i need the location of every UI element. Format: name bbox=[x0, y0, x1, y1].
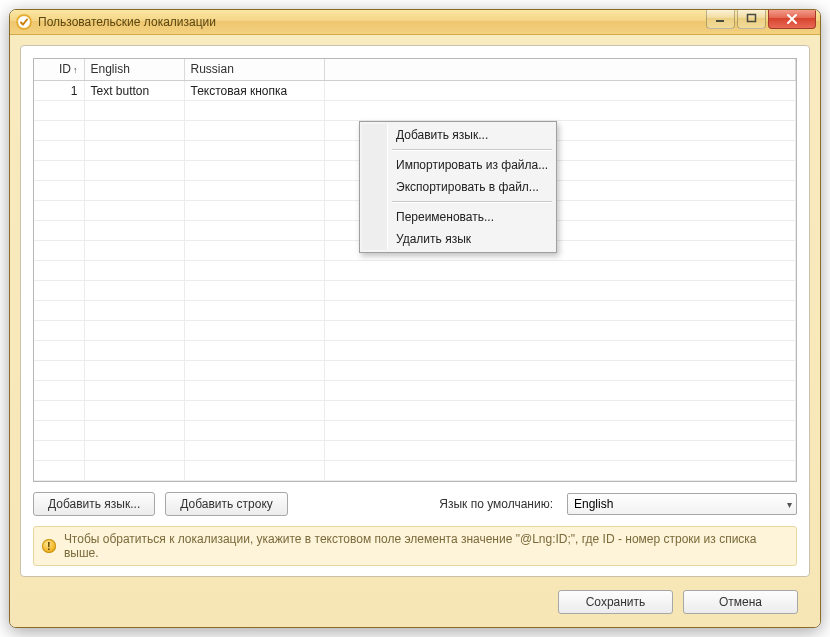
cell-english: Text button bbox=[84, 81, 184, 101]
cell-english bbox=[84, 261, 184, 281]
grid-header-row: ID↑ English Russian bbox=[34, 59, 796, 81]
maximize-button[interactable] bbox=[737, 9, 766, 29]
table-row bbox=[34, 361, 796, 381]
cell-russian bbox=[184, 221, 324, 241]
client-area: ID↑ English Russian 1Text buttonТекстова… bbox=[10, 35, 820, 628]
cell-id bbox=[34, 441, 84, 461]
add-row-button[interactable]: Добавить строку bbox=[165, 492, 288, 516]
cell-russian bbox=[184, 201, 324, 221]
cell-id bbox=[34, 281, 84, 301]
cancel-button[interactable]: Отмена bbox=[683, 590, 798, 614]
menu-item-delete-language[interactable]: Удалить язык bbox=[362, 228, 554, 250]
cell-russian bbox=[184, 301, 324, 321]
cell-id bbox=[34, 321, 84, 341]
hint-text: Чтобы обратиться к локализации, укажите … bbox=[64, 532, 788, 560]
cell-russian bbox=[184, 361, 324, 381]
minimize-button[interactable] bbox=[706, 9, 735, 29]
svg-rect-3 bbox=[748, 15, 756, 22]
cell-russian bbox=[184, 341, 324, 361]
titlebar: Пользовательские локализации bbox=[10, 10, 820, 35]
cell-spare bbox=[324, 341, 796, 361]
column-header-spare[interactable] bbox=[324, 59, 796, 81]
column-context-menu: Добавить язык... Импортировать из файла.… bbox=[359, 121, 557, 253]
cell-english bbox=[84, 281, 184, 301]
cell-russian bbox=[184, 461, 324, 481]
cell-id bbox=[34, 141, 84, 161]
cell-english bbox=[84, 141, 184, 161]
cell-english bbox=[84, 241, 184, 261]
cell-id: 1 bbox=[34, 81, 84, 101]
cell-id bbox=[34, 221, 84, 241]
cell-russian bbox=[184, 161, 324, 181]
cell-english bbox=[84, 101, 184, 121]
table-row bbox=[34, 461, 796, 481]
table-row bbox=[34, 101, 796, 121]
table-row bbox=[34, 421, 796, 441]
cell-english bbox=[84, 301, 184, 321]
cell-russian bbox=[184, 381, 324, 401]
cell-spare bbox=[324, 381, 796, 401]
cell-id bbox=[34, 401, 84, 421]
menu-separator bbox=[392, 149, 552, 151]
cell-id bbox=[34, 301, 84, 321]
cell-russian bbox=[184, 101, 324, 121]
cell-spare bbox=[324, 261, 796, 281]
menu-item-rename[interactable]: Переименовать... bbox=[362, 206, 554, 228]
cell-id bbox=[34, 381, 84, 401]
default-language-value: English bbox=[574, 497, 613, 511]
cell-spare bbox=[324, 281, 796, 301]
add-language-button[interactable]: Добавить язык... bbox=[33, 492, 155, 516]
cell-spare bbox=[324, 101, 796, 121]
cell-english bbox=[84, 441, 184, 461]
column-header-id[interactable]: ID↑ bbox=[34, 59, 84, 81]
default-language-combo[interactable]: English ▾ bbox=[567, 493, 797, 515]
cell-spare bbox=[324, 81, 796, 101]
cell-id bbox=[34, 181, 84, 201]
cell-english bbox=[84, 221, 184, 241]
cell-spare bbox=[324, 461, 796, 481]
grid-toolbar: Добавить язык... Добавить строку Язык по… bbox=[33, 482, 797, 516]
default-language-label: Язык по умолчанию: bbox=[439, 497, 553, 511]
menu-item-add-language[interactable]: Добавить язык... bbox=[362, 124, 554, 146]
table-row bbox=[34, 381, 796, 401]
column-header-id-label: ID bbox=[59, 62, 71, 76]
cell-id bbox=[34, 241, 84, 261]
cell-id bbox=[34, 261, 84, 281]
menu-item-import-from-file[interactable]: Импортировать из файла... bbox=[362, 154, 554, 176]
cell-english bbox=[84, 181, 184, 201]
window-title: Пользовательские локализации bbox=[38, 15, 216, 29]
cell-russian bbox=[184, 441, 324, 461]
cell-russian bbox=[184, 241, 324, 261]
column-header-russian[interactable]: Russian bbox=[184, 59, 324, 81]
cell-spare bbox=[324, 301, 796, 321]
table-row[interactable]: 1Text buttonТекстовая кнопка bbox=[34, 81, 796, 101]
column-header-english[interactable]: English bbox=[84, 59, 184, 81]
cell-english bbox=[84, 361, 184, 381]
cell-spare bbox=[324, 441, 796, 461]
table-row bbox=[34, 341, 796, 361]
localization-grid[interactable]: ID↑ English Russian 1Text buttonТекстова… bbox=[33, 58, 797, 483]
cell-spare bbox=[324, 401, 796, 421]
cell-russian bbox=[184, 281, 324, 301]
cell-russian bbox=[184, 141, 324, 161]
cell-russian bbox=[184, 181, 324, 201]
menu-item-export-to-file[interactable]: Экспортировать в файл... bbox=[362, 176, 554, 198]
main-panel: ID↑ English Russian 1Text buttonТекстова… bbox=[20, 45, 810, 578]
cell-russian: Текстовая кнопка bbox=[184, 81, 324, 101]
cell-id bbox=[34, 161, 84, 181]
app-icon bbox=[16, 14, 32, 30]
cell-russian bbox=[184, 401, 324, 421]
cell-id bbox=[34, 121, 84, 141]
cell-spare bbox=[324, 361, 796, 381]
cell-id bbox=[34, 341, 84, 361]
cell-english bbox=[84, 341, 184, 361]
close-button[interactable] bbox=[768, 9, 816, 29]
menu-separator bbox=[392, 201, 552, 203]
cell-english bbox=[84, 421, 184, 441]
cell-spare bbox=[324, 321, 796, 341]
table-row bbox=[34, 281, 796, 301]
cell-english bbox=[84, 201, 184, 221]
save-button[interactable]: Сохранить bbox=[558, 590, 673, 614]
cell-english bbox=[84, 121, 184, 141]
cell-id bbox=[34, 421, 84, 441]
